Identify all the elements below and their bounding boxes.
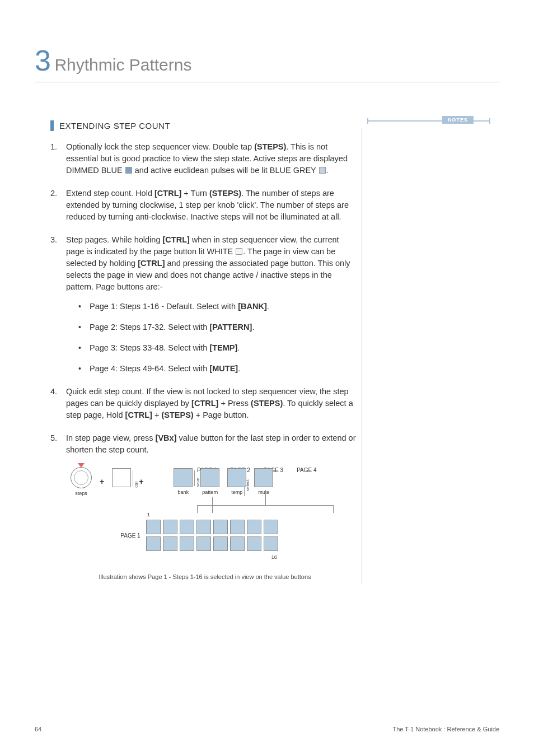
value-button	[180, 536, 194, 551]
temp-button: temp	[227, 468, 246, 495]
keyword-temp: [TEMP]	[209, 343, 237, 352]
sub-page4: Page 4: Steps 49-64. Select with [MUTE].	[78, 363, 357, 375]
value-button	[163, 520, 177, 534]
grid-label-16: 16	[271, 554, 277, 560]
book-title: The T-1 Notebook : Reference & Guide	[392, 726, 499, 732]
value-button-grid: 1 16	[146, 520, 278, 551]
keyword-steps: (STEPS)	[209, 189, 241, 198]
plus-icon: +	[139, 477, 143, 486]
keyword-bank: [BANK]	[238, 302, 267, 311]
swatch-white	[236, 248, 242, 255]
keyword-mute: [MUTE]	[209, 364, 238, 373]
step-2: Extend step count. Hold [CTRL] + Turn (S…	[50, 188, 357, 223]
keyword-steps: (STEPS)	[254, 142, 286, 151]
value-button	[163, 536, 177, 551]
pattern-button: pattern	[200, 468, 219, 495]
section-heading: EXTENDING STEP COUNT	[50, 120, 357, 131]
knob-pointer-icon	[78, 463, 85, 468]
value-button	[264, 520, 278, 534]
notes-column: NOTES	[367, 116, 490, 585]
section-title: EXTENDING STEP COUNT	[59, 121, 170, 130]
value-button	[230, 536, 245, 551]
value-button	[264, 536, 278, 551]
value-button	[196, 520, 211, 534]
keyword-pattern: [PATTERN]	[209, 323, 252, 332]
chapter-header: 3 Rhythmic Patterns	[35, 44, 499, 82]
keyword-steps: (STEPS)	[251, 399, 283, 408]
swatch-dimmed-blue	[125, 167, 132, 174]
page-number: 64	[35, 726, 41, 732]
keyword-ctrl: [CTRL]	[125, 410, 152, 419]
chapter-title: Rhythmic Patterns	[54, 55, 191, 74]
label-page4: PAGE 4	[297, 467, 316, 473]
section-bar-icon	[50, 120, 54, 131]
mute-button: mute	[254, 468, 273, 495]
notes-divider	[362, 128, 362, 585]
diagram: PAGE 1 PAGE 2 PAGE 3 PAGE 4 select steps…	[71, 467, 339, 580]
step-3: Step pages. While holding [CTRL] when in…	[50, 234, 357, 375]
sub-page2: Page 2: Steps 17-32. Select with [PATTER…	[78, 321, 357, 333]
bank-button: save bank	[174, 468, 193, 495]
value-button	[230, 520, 245, 534]
value-button	[180, 520, 194, 534]
notes-label: NOTES	[442, 116, 474, 124]
value-button	[247, 536, 261, 551]
bracket-line	[197, 505, 334, 513]
sub-page3: Page 3: Steps 33-48. Select with [TEMP].	[78, 342, 357, 354]
value-button	[247, 520, 261, 534]
page-footer: 64 The T-1 Notebook : Reference & Guide	[35, 726, 499, 732]
value-button	[146, 520, 161, 534]
keyword-steps: (STEPS)	[161, 410, 193, 419]
page1-side-label: PAGE 1	[120, 533, 140, 539]
swatch-blue-grey	[319, 167, 326, 174]
keyword-vbx: [VBx]	[156, 433, 177, 442]
step-1: Optionally lock the step sequencer view.…	[50, 141, 357, 176]
plus-icon: +	[100, 477, 104, 486]
keyword-ctrl: [CTRL]	[154, 189, 181, 198]
value-button	[213, 520, 228, 534]
step-5: In step page view, press [VBx] value but…	[50, 432, 357, 456]
value-button	[146, 536, 161, 551]
ctrl-button: ctrl	[112, 468, 131, 495]
grid-label-1: 1	[147, 512, 150, 517]
keyword-ctrl: [CTRL]	[138, 259, 165, 268]
sub-page1: Page 1: Steps 1-16 - Default. Select wit…	[78, 301, 357, 312]
keyword-ctrl: [CTRL]	[191, 399, 218, 408]
value-button	[196, 536, 211, 551]
chapter-number: 3	[35, 44, 51, 77]
value-button	[213, 536, 228, 551]
step-4: Quick edit step count. If the view is no…	[50, 386, 357, 421]
main-content: EXTENDING STEP COUNT Optionally lock the…	[35, 116, 357, 585]
notes-tab: NOTES	[367, 116, 490, 125]
steps-knob: steps	[71, 467, 92, 496]
keyword-ctrl: [CTRL]	[163, 235, 190, 244]
diagram-caption: Illustration shows Page 1 - Steps 1-16 i…	[71, 573, 339, 580]
